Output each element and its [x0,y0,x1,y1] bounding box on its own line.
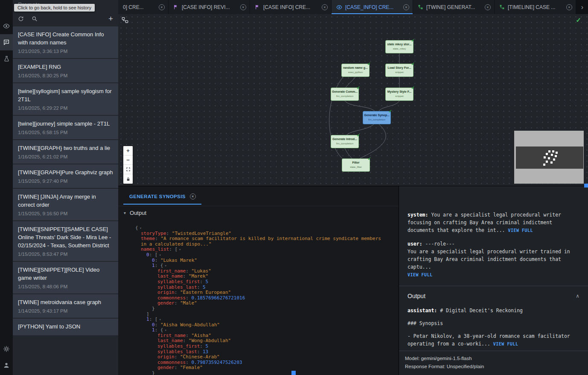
prompt-list-item[interactable]: [TWINE][SNIPPET][ROLE] Video game writer… [13,262,118,293]
node-title: Generate Comm... [331,90,358,94]
flag-icon [173,4,179,10]
close-icon[interactable] [566,4,572,10]
prompt-list-item[interactable]: [TWINE][GRAPH} two truths and a lie1/16/… [13,140,118,164]
close-icon[interactable] [159,4,165,10]
lock-button[interactable] [123,174,133,184]
editor-tab[interactable]: [TWINE] GENERAT... [413,0,494,14]
zoom-out-button[interactable] [123,155,133,165]
user-account-icon[interactable] [0,357,13,373]
graph-node[interactable]: Generate Synop...llm_completion [363,111,391,124]
main-area: 0] CRE...[CASE INFO] REVI...[CASE INFO] … [118,0,588,375]
tab-label: [TIMELINE] CASE ... [508,4,563,10]
eye-icon[interactable] [0,18,13,34]
close-icon[interactable] [190,193,196,199]
prompt-title: [TWINE][GRAPH} two truths and a lie [18,144,113,152]
node-check-icon [411,85,415,90]
flask-icon[interactable] [0,50,13,67]
editor-tab[interactable]: [CASE INFO] CRE... [250,0,331,14]
system-role-label: system: [408,212,428,218]
node-title: Generate Synop... [363,114,390,117]
node-title: Mystery Style F... [386,90,413,94]
node-type: llm_completion [331,142,358,145]
history-tooltip: Click to go back, hold to see history [14,4,95,12]
prompt-list-item[interactable]: [twine][syllogism] sample syllogism for … [13,83,118,115]
node-title: Filter [342,161,370,164]
graph-layout-icon[interactable] [122,17,128,25]
graph-node[interactable]: random name g...exec_python [341,64,370,77]
editor-tab[interactable]: 0] CRE... [118,0,168,14]
prompt-list-item[interactable]: [PYTHON] Yaml to JSON [13,319,118,335]
prompt-title: [PYTHON] Yaml to JSON [18,322,113,331]
prompt-title: [twine][syllogism] sample syllogism for … [18,87,113,103]
graph-node[interactable]: state mkey stor...state_mkey [385,40,413,53]
json-tree[interactable]: {storyType: "TwistedLoveTriangle"theme: … [118,224,399,375]
zoom-in-button[interactable] [123,146,133,155]
prompt-timestamp: 1/16/2025, 6:29:22 PM [18,105,113,111]
add-prompt-button[interactable] [108,15,113,22]
prompts-icon[interactable] [0,34,13,50]
prompt-timestamp: 1/21/2025, 3:36:13 PM [18,48,113,55]
view-full-link[interactable]: VIEW FULL [508,228,533,233]
prompt-list-item[interactable]: [TWINE] [JINJA] Array merge in correct o… [13,189,118,220]
user-text: You are a specialist legal procedural wr… [408,249,570,270]
node-check-icon [411,62,415,66]
graph-node[interactable]: Generate Comm...llm_completion [331,88,359,101]
prompt-list-item[interactable]: [TWINE] metroidvania case graph1/14/2025… [13,294,118,318]
json-line: names_list: [ [135,247,388,252]
prompt-timestamp: 1/15/2025, 9:27:40 PM [18,178,113,185]
graph-node[interactable]: Generate Introd...llm_completion [331,135,359,148]
minimap[interactable] [514,131,584,184]
node-check-icon [368,156,371,161]
graph-canvas[interactable]: state mkey stor...state_mkeyrandom name … [118,14,588,186]
model-info: Model: gemini/gemini-1.5-flash Response … [399,351,588,375]
prompt-list-item[interactable]: [TWINE][GRAPH]Pure Graphviz graph1/15/20… [13,164,118,188]
prompt-timestamp: 1/15/2025, 9:16:50 PM [18,210,113,217]
tab-overflow-chevron-icon[interactable]: › [576,0,588,14]
prompt-timestamp: 1/16/2025, 6:21:02 PM [18,153,113,160]
editor-tab[interactable]: [CASE INFO] REVI... [169,0,250,14]
view-full-link[interactable]: VIEW FULL [493,342,518,346]
prompt-title: [TWINE] metroidvania case graph [18,298,113,306]
divider [399,286,588,286]
prompt-list-item[interactable]: [TWINE][SNIPPET][SAMPLE CASE] Online Thr… [13,221,118,261]
app-root: Prompts Click to go back, hold to see hi… [0,0,588,375]
system-message: system: You are a specialist legal proce… [408,211,579,234]
tab-label: [TWINE] GENERAT... [426,4,482,10]
prompt-list-item[interactable]: [twine][journey] simple sample - 2T1L1/1… [13,116,118,139]
node-type: exec_python [342,70,369,74]
graph-node[interactable]: Mystery Style F...snippet [385,88,413,101]
output-tab-row: GENERATE SYNOPSIS [118,186,399,206]
prompt-list-item[interactable]: [CASE INFO] Create Common Info with rand… [13,26,118,58]
resize-handle[interactable] [584,184,588,188]
json-line: theme: "A romance scam facilitator is ki… [135,236,388,247]
prompt-title: [TWINE] [JINJA] Array merge in correct o… [18,193,113,209]
resize-handle[interactable] [291,371,296,375]
bottom-panel: GENERATE SYNOPSIS Output {storyType: "Tw… [118,186,588,375]
close-icon[interactable] [403,4,409,10]
prompt-title: [TWINE][SNIPPET][SAMPLE CASE] Online Thr… [18,225,113,249]
output-collapse-row[interactable]: Output [118,206,399,218]
chevron-up-icon[interactable] [576,292,579,300]
prompt-timestamp: 1/14/2025, 9:43:17 PM [18,308,113,314]
prompt-timestamp: 1/15/2025, 8:53:47 PM [18,251,113,258]
graph-valid-check-icon [576,16,581,24]
prompt-title: [EXAMPLE] RNG [18,63,113,71]
editor-tab[interactable]: [CASE_INFO] CRE... [332,0,413,14]
tab-generate-synopsis[interactable]: GENERATE SYNOPSIS [123,193,201,205]
editor-tab[interactable]: [TIMELINE] CASE ... [495,0,576,14]
node-type: state_filter [342,165,370,169]
json-line: gender: "Female" [135,365,388,371]
prompts-sidebar: Prompts Click to go back, hold to see hi… [13,0,118,375]
refresh-icon[interactable] [18,16,24,22]
search-icon[interactable] [32,16,38,22]
assistant-text: - Petar Nikolov, a 38-year-old romance s… [408,333,570,347]
prompt-list-item[interactable]: [EXAMPLE] RNG1/16/2025, 8:30:25 PM [13,59,118,82]
graph-node[interactable]: Load Story For...snippet [385,64,413,77]
graph-node[interactable]: Filterstate_filter [342,158,370,172]
view-full-link[interactable]: VIEW FULL [408,272,433,277]
close-icon[interactable] [240,4,246,10]
close-icon[interactable] [322,4,328,10]
fit-view-button[interactable] [123,165,133,174]
close-icon[interactable] [485,4,491,10]
settings-gear-icon[interactable] [0,341,13,357]
